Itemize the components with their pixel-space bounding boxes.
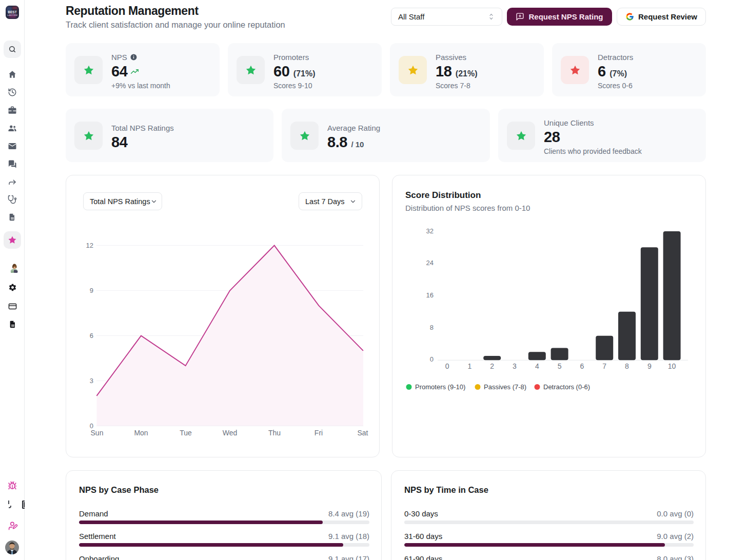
svg-text:12: 12 [86,242,93,249]
svg-text:1: 1 [468,362,472,370]
svg-text:9: 9 [647,362,652,370]
svg-text:0: 0 [445,362,449,370]
svg-text:5: 5 [558,362,562,370]
svg-text:10: 10 [668,362,676,370]
svg-text:Sat: Sat [357,429,368,437]
svg-text:16: 16 [426,291,434,299]
svg-text:Tue: Tue [180,429,192,437]
svg-text:32: 32 [426,227,434,235]
svg-text:8: 8 [430,324,434,331]
svg-text:2: 2 [490,362,494,370]
svg-text:24: 24 [426,259,434,267]
svg-text:Thu: Thu [268,429,281,437]
svg-text:Passives (7-8): Passives (7-8) [484,383,526,391]
svg-text:Wed: Wed [223,429,238,437]
svg-text:6: 6 [580,362,584,370]
svg-text:0: 0 [430,355,434,363]
svg-text:3: 3 [513,362,517,370]
svg-text:6: 6 [90,332,93,339]
svg-text:Promoters (9-10): Promoters (9-10) [415,383,465,391]
svg-text:Mon: Mon [134,429,148,437]
svg-text:4: 4 [535,362,539,370]
svg-text:9: 9 [90,287,93,294]
svg-text:Fri: Fri [314,429,323,437]
svg-text:7: 7 [602,362,606,370]
svg-text:8: 8 [625,362,629,370]
svg-text:3: 3 [90,377,93,385]
svg-text:Sun: Sun [91,429,104,437]
svg-text:Detractors (0-6): Detractors (0-6) [543,383,590,391]
